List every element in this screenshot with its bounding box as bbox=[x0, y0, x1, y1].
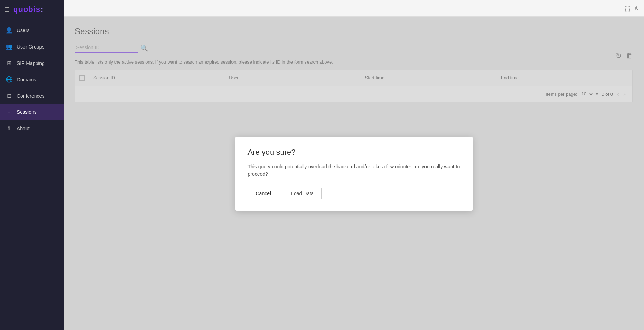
sidebar-item-label-about: About bbox=[17, 126, 30, 131]
content: Sessions 🔍 ↻ 🗑 This table lists only the… bbox=[64, 17, 644, 330]
users-icon: 👤 bbox=[6, 27, 13, 34]
about-icon: ℹ bbox=[6, 125, 13, 132]
modal-actions: Cancel Load Data bbox=[248, 188, 460, 199]
modal-body: This query could potentially overload th… bbox=[248, 163, 460, 178]
cancel-button[interactable]: Cancel bbox=[248, 188, 279, 199]
sidebar-item-conferences[interactable]: ⊟ Conferences bbox=[0, 88, 64, 104]
user-groups-icon: 👥 bbox=[6, 43, 13, 50]
topbar: ⬚ ⎋ bbox=[64, 0, 644, 17]
modal-overlay: Are you sure? This query could potential… bbox=[64, 17, 644, 330]
sidebar-item-domains[interactable]: 🌐 Domains bbox=[0, 71, 64, 88]
sidebar-item-label-domains: Domains bbox=[17, 77, 36, 82]
logo-suffix: : bbox=[40, 5, 43, 14]
logout-icon[interactable]: ⎋ bbox=[635, 5, 638, 12]
screen-share-icon[interactable]: ⬚ bbox=[624, 5, 630, 12]
sip-mapping-icon: ⊞ bbox=[6, 60, 13, 66]
sidebar-item-label-users: Users bbox=[17, 28, 30, 33]
sidebar-item-about[interactable]: ℹ About bbox=[0, 120, 64, 137]
logo-text: quobis bbox=[13, 5, 40, 14]
sidebar-item-user-groups[interactable]: 👥 User Groups bbox=[0, 38, 64, 55]
domains-icon: 🌐 bbox=[6, 76, 13, 83]
sidebar-item-label-user-groups: User Groups bbox=[17, 44, 44, 50]
sidebar-nav: 👤 Users 👥 User Groups ⊞ SIP Mapping 🌐 Do… bbox=[0, 19, 64, 330]
hamburger-icon[interactable]: ☰ bbox=[4, 6, 10, 13]
conferences-icon: ⊟ bbox=[6, 93, 13, 99]
sidebar-item-users[interactable]: 👤 Users bbox=[0, 22, 64, 38]
sidebar-item-label-conferences: Conferences bbox=[17, 93, 44, 99]
sidebar-item-label-sessions: Sessions bbox=[17, 109, 37, 115]
main: ⬚ ⎋ Sessions 🔍 ↻ 🗑 This table lists only… bbox=[64, 0, 644, 330]
sidebar-item-sip-mapping[interactable]: ⊞ SIP Mapping bbox=[0, 55, 64, 71]
sidebar-item-sessions[interactable]: ≡ Sessions bbox=[0, 104, 64, 120]
sidebar-header: ☰ quobis: bbox=[0, 0, 64, 19]
sidebar-item-label-sip-mapping: SIP Mapping bbox=[17, 60, 45, 66]
modal-title: Are you sure? bbox=[248, 148, 460, 157]
sessions-icon: ≡ bbox=[6, 109, 13, 115]
sidebar: ☰ quobis: 👤 Users 👥 User Groups ⊞ SIP Ma… bbox=[0, 0, 64, 330]
confirmation-modal: Are you sure? This query could potential… bbox=[235, 137, 473, 211]
load-data-button[interactable]: Load Data bbox=[283, 188, 322, 199]
logo: quobis: bbox=[13, 5, 43, 14]
